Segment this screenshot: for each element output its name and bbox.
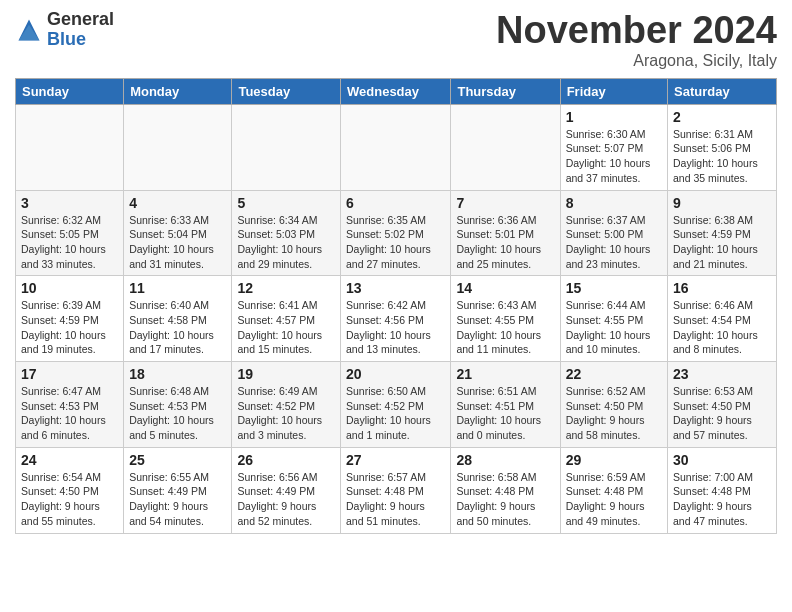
- calendar-cell: 18Sunrise: 6:48 AM Sunset: 4:53 PM Dayli…: [124, 362, 232, 448]
- calendar-cell: 25Sunrise: 6:55 AM Sunset: 4:49 PM Dayli…: [124, 447, 232, 533]
- calendar-cell: [232, 104, 341, 190]
- cell-info: Sunrise: 6:38 AM Sunset: 4:59 PM Dayligh…: [673, 213, 771, 272]
- cell-info: Sunrise: 6:32 AM Sunset: 5:05 PM Dayligh…: [21, 213, 118, 272]
- logo-icon: [15, 16, 43, 44]
- cell-info: Sunrise: 6:53 AM Sunset: 4:50 PM Dayligh…: [673, 384, 771, 443]
- day-number: 14: [456, 280, 554, 296]
- calendar-week-row: 10Sunrise: 6:39 AM Sunset: 4:59 PM Dayli…: [16, 276, 777, 362]
- calendar-cell: 5Sunrise: 6:34 AM Sunset: 5:03 PM Daylig…: [232, 190, 341, 276]
- cell-info: Sunrise: 6:52 AM Sunset: 4:50 PM Dayligh…: [566, 384, 662, 443]
- day-number: 19: [237, 366, 335, 382]
- weekday-header-sunday: Sunday: [16, 78, 124, 104]
- day-number: 28: [456, 452, 554, 468]
- weekday-header-friday: Friday: [560, 78, 667, 104]
- calendar-cell: 29Sunrise: 6:59 AM Sunset: 4:48 PM Dayli…: [560, 447, 667, 533]
- cell-info: Sunrise: 6:33 AM Sunset: 5:04 PM Dayligh…: [129, 213, 226, 272]
- weekday-header-tuesday: Tuesday: [232, 78, 341, 104]
- cell-info: Sunrise: 6:55 AM Sunset: 4:49 PM Dayligh…: [129, 470, 226, 529]
- calendar-cell: 13Sunrise: 6:42 AM Sunset: 4:56 PM Dayli…: [341, 276, 451, 362]
- calendar-cell: 20Sunrise: 6:50 AM Sunset: 4:52 PM Dayli…: [341, 362, 451, 448]
- day-number: 6: [346, 195, 445, 211]
- calendar-cell: 30Sunrise: 7:00 AM Sunset: 4:48 PM Dayli…: [668, 447, 777, 533]
- day-number: 7: [456, 195, 554, 211]
- cell-info: Sunrise: 6:59 AM Sunset: 4:48 PM Dayligh…: [566, 470, 662, 529]
- month-title: November 2024: [496, 10, 777, 52]
- weekday-header-thursday: Thursday: [451, 78, 560, 104]
- calendar-cell: 15Sunrise: 6:44 AM Sunset: 4:55 PM Dayli…: [560, 276, 667, 362]
- calendar-cell: 22Sunrise: 6:52 AM Sunset: 4:50 PM Dayli…: [560, 362, 667, 448]
- calendar-cell: 16Sunrise: 6:46 AM Sunset: 4:54 PM Dayli…: [668, 276, 777, 362]
- logo-blue-text: Blue: [47, 30, 114, 50]
- cell-info: Sunrise: 6:56 AM Sunset: 4:49 PM Dayligh…: [237, 470, 335, 529]
- cell-info: Sunrise: 6:51 AM Sunset: 4:51 PM Dayligh…: [456, 384, 554, 443]
- calendar-cell: 14Sunrise: 6:43 AM Sunset: 4:55 PM Dayli…: [451, 276, 560, 362]
- cell-info: Sunrise: 6:37 AM Sunset: 5:00 PM Dayligh…: [566, 213, 662, 272]
- cell-info: Sunrise: 6:31 AM Sunset: 5:06 PM Dayligh…: [673, 127, 771, 186]
- calendar-cell: 28Sunrise: 6:58 AM Sunset: 4:48 PM Dayli…: [451, 447, 560, 533]
- calendar-cell: 9Sunrise: 6:38 AM Sunset: 4:59 PM Daylig…: [668, 190, 777, 276]
- calendar-cell: [124, 104, 232, 190]
- cell-info: Sunrise: 6:44 AM Sunset: 4:55 PM Dayligh…: [566, 298, 662, 357]
- calendar-cell: 2Sunrise: 6:31 AM Sunset: 5:06 PM Daylig…: [668, 104, 777, 190]
- cell-info: Sunrise: 6:49 AM Sunset: 4:52 PM Dayligh…: [237, 384, 335, 443]
- cell-info: Sunrise: 6:34 AM Sunset: 5:03 PM Dayligh…: [237, 213, 335, 272]
- cell-info: Sunrise: 6:50 AM Sunset: 4:52 PM Dayligh…: [346, 384, 445, 443]
- svg-marker-2: [19, 25, 40, 41]
- cell-info: Sunrise: 6:30 AM Sunset: 5:07 PM Dayligh…: [566, 127, 662, 186]
- cell-info: Sunrise: 6:57 AM Sunset: 4:48 PM Dayligh…: [346, 470, 445, 529]
- day-number: 2: [673, 109, 771, 125]
- calendar-week-row: 1Sunrise: 6:30 AM Sunset: 5:07 PM Daylig…: [16, 104, 777, 190]
- day-number: 8: [566, 195, 662, 211]
- weekday-header-wednesday: Wednesday: [341, 78, 451, 104]
- day-number: 9: [673, 195, 771, 211]
- calendar-table: SundayMondayTuesdayWednesdayThursdayFrid…: [15, 78, 777, 534]
- calendar-cell: 11Sunrise: 6:40 AM Sunset: 4:58 PM Dayli…: [124, 276, 232, 362]
- day-number: 23: [673, 366, 771, 382]
- day-number: 21: [456, 366, 554, 382]
- day-number: 27: [346, 452, 445, 468]
- day-number: 4: [129, 195, 226, 211]
- day-number: 30: [673, 452, 771, 468]
- calendar-week-row: 24Sunrise: 6:54 AM Sunset: 4:50 PM Dayli…: [16, 447, 777, 533]
- calendar-cell: 7Sunrise: 6:36 AM Sunset: 5:01 PM Daylig…: [451, 190, 560, 276]
- cell-info: Sunrise: 6:41 AM Sunset: 4:57 PM Dayligh…: [237, 298, 335, 357]
- calendar-cell: 10Sunrise: 6:39 AM Sunset: 4:59 PM Dayli…: [16, 276, 124, 362]
- calendar-cell: 6Sunrise: 6:35 AM Sunset: 5:02 PM Daylig…: [341, 190, 451, 276]
- day-number: 13: [346, 280, 445, 296]
- day-number: 12: [237, 280, 335, 296]
- day-number: 3: [21, 195, 118, 211]
- calendar-cell: 21Sunrise: 6:51 AM Sunset: 4:51 PM Dayli…: [451, 362, 560, 448]
- day-number: 16: [673, 280, 771, 296]
- cell-info: Sunrise: 6:43 AM Sunset: 4:55 PM Dayligh…: [456, 298, 554, 357]
- calendar-cell: [451, 104, 560, 190]
- weekday-header-monday: Monday: [124, 78, 232, 104]
- calendar-cell: 3Sunrise: 6:32 AM Sunset: 5:05 PM Daylig…: [16, 190, 124, 276]
- day-number: 20: [346, 366, 445, 382]
- calendar-week-row: 17Sunrise: 6:47 AM Sunset: 4:53 PM Dayli…: [16, 362, 777, 448]
- day-number: 22: [566, 366, 662, 382]
- cell-info: Sunrise: 6:54 AM Sunset: 4:50 PM Dayligh…: [21, 470, 118, 529]
- calendar-cell: 8Sunrise: 6:37 AM Sunset: 5:00 PM Daylig…: [560, 190, 667, 276]
- cell-info: Sunrise: 6:48 AM Sunset: 4:53 PM Dayligh…: [129, 384, 226, 443]
- cell-info: Sunrise: 6:46 AM Sunset: 4:54 PM Dayligh…: [673, 298, 771, 357]
- calendar-cell: 19Sunrise: 6:49 AM Sunset: 4:52 PM Dayli…: [232, 362, 341, 448]
- calendar-cell: 24Sunrise: 6:54 AM Sunset: 4:50 PM Dayli…: [16, 447, 124, 533]
- logo: General Blue: [15, 10, 114, 50]
- day-number: 1: [566, 109, 662, 125]
- day-number: 10: [21, 280, 118, 296]
- calendar-cell: 27Sunrise: 6:57 AM Sunset: 4:48 PM Dayli…: [341, 447, 451, 533]
- cell-info: Sunrise: 7:00 AM Sunset: 4:48 PM Dayligh…: [673, 470, 771, 529]
- weekday-header-row: SundayMondayTuesdayWednesdayThursdayFrid…: [16, 78, 777, 104]
- calendar-cell: 17Sunrise: 6:47 AM Sunset: 4:53 PM Dayli…: [16, 362, 124, 448]
- calendar-cell: 26Sunrise: 6:56 AM Sunset: 4:49 PM Dayli…: [232, 447, 341, 533]
- location-title: Aragona, Sicily, Italy: [496, 52, 777, 70]
- day-number: 5: [237, 195, 335, 211]
- calendar-cell: 23Sunrise: 6:53 AM Sunset: 4:50 PM Dayli…: [668, 362, 777, 448]
- day-number: 15: [566, 280, 662, 296]
- cell-info: Sunrise: 6:36 AM Sunset: 5:01 PM Dayligh…: [456, 213, 554, 272]
- calendar-cell: [341, 104, 451, 190]
- logo-general-text: General: [47, 10, 114, 30]
- day-number: 18: [129, 366, 226, 382]
- cell-info: Sunrise: 6:42 AM Sunset: 4:56 PM Dayligh…: [346, 298, 445, 357]
- cell-info: Sunrise: 6:39 AM Sunset: 4:59 PM Dayligh…: [21, 298, 118, 357]
